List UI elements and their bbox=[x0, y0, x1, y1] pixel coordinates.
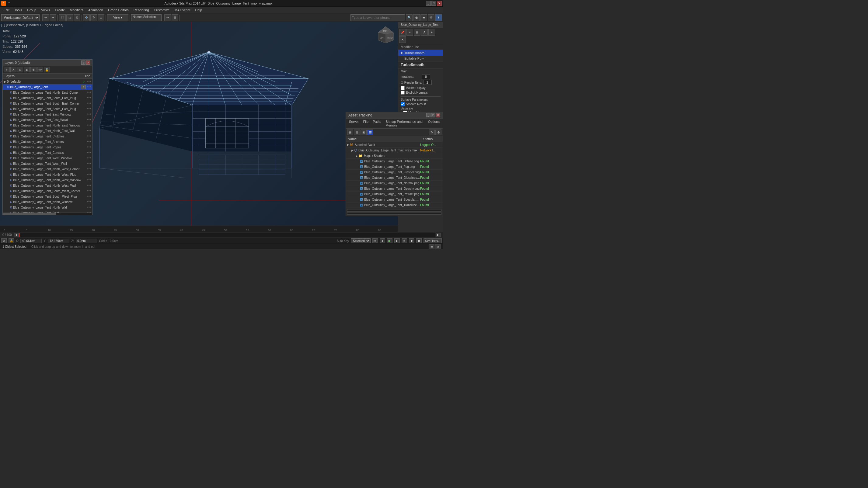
workspace-dropdown[interactable]: Workspace: Default bbox=[1, 14, 39, 21]
autokey-dropdown[interactable]: Selected bbox=[351, 238, 371, 243]
menu-views[interactable]: Views bbox=[39, 8, 52, 12]
titlebar-menu-file[interactable]: ≡ bbox=[7, 2, 11, 5]
list-item[interactable]: ⊡Blue_Outsunny_Large_Tent_East_Window••• bbox=[3, 111, 92, 117]
mod-param-btn[interactable]: ≡ bbox=[406, 29, 413, 36]
reference-coord-dropdown[interactable]: View ▾ bbox=[107, 14, 128, 21]
viewport-layout-btn[interactable]: ⊞ bbox=[429, 244, 434, 249]
redo-button[interactable]: ↪ bbox=[50, 14, 56, 21]
asset-menu-file[interactable]: File bbox=[361, 119, 370, 128]
layer-unlock-btn[interactable]: 🔓 bbox=[44, 67, 50, 72]
goto-start-btn[interactable]: ⏮ bbox=[372, 238, 378, 243]
prev-frame-btn[interactable]: ◀ bbox=[380, 238, 385, 243]
search-input[interactable] bbox=[350, 14, 405, 21]
status-icon-4[interactable]: ⏹ bbox=[416, 238, 422, 243]
asset-item-specular[interactable]: 🖼 Blue_Outsunny_Large_Tent_Specular.png … bbox=[346, 197, 443, 202]
ts-smooth-check[interactable] bbox=[401, 102, 405, 106]
layer-add-sel-btn[interactable]: ⊕ bbox=[17, 67, 23, 72]
asset-tool-refresh[interactable]: ↻ bbox=[429, 130, 435, 135]
asset-tool-1[interactable]: ⊞ bbox=[347, 130, 353, 135]
asset-item-glossiness[interactable]: 🖼 Blue_Outsunny_Large_Tent_Glossiness.pn… bbox=[346, 175, 443, 181]
list-item[interactable]: ⊡Blue_Outsunny_Large_Tent_North_Window••… bbox=[3, 199, 92, 205]
list-item[interactable]: ⊡Blue_Outsunny_Large_Tent_West_Wall••• bbox=[3, 161, 92, 166]
layer-sel-btn[interactable]: ◈ bbox=[24, 67, 30, 72]
asset-tool-4[interactable]: ☰ bbox=[367, 130, 373, 135]
asset-col-name[interactable]: Name bbox=[346, 136, 422, 142]
select-scale-button[interactable]: ⟁ bbox=[98, 14, 104, 21]
align-button[interactable]: ⊟ bbox=[172, 14, 178, 21]
list-item[interactable]: ⊡Blue_Outsunny_Large_Tent_North_East_Cor… bbox=[3, 90, 92, 95]
list-item[interactable]: ⊡Blue_Outsunny_Large_Tent_Carcass••• bbox=[3, 150, 92, 155]
layer-item-tent[interactable]: ⊞ Blue_Outsunny_Large_Tent □ ••• bbox=[3, 84, 92, 90]
asset-menu-options[interactable]: Options bbox=[426, 119, 441, 128]
layer-freeze-btn[interactable]: ❄ bbox=[30, 67, 36, 72]
asset-minimize-btn[interactable]: _ bbox=[426, 113, 431, 117]
menu-help[interactable]: Help bbox=[193, 8, 205, 12]
close-button[interactable]: ✕ bbox=[437, 1, 442, 6]
asset-col-status[interactable]: Status bbox=[422, 136, 443, 142]
mod-del-btn[interactable]: ✕ bbox=[399, 36, 406, 43]
menu-rendering[interactable]: Rendering bbox=[131, 8, 152, 12]
mirror-button[interactable]: ⇔ bbox=[164, 14, 171, 21]
timeline-next-btn[interactable]: ▶ bbox=[436, 233, 440, 237]
ts-render-iters-input[interactable] bbox=[423, 80, 432, 85]
list-item[interactable]: ⊡Blue_Outsunny_Large_Tent_East_Wwall••• bbox=[3, 117, 92, 123]
asset-tool-settings[interactable]: ⚙ bbox=[435, 130, 441, 135]
asset-menu-paths[interactable]: Paths bbox=[371, 119, 383, 128]
search-button[interactable]: 🔍 bbox=[406, 14, 412, 21]
menu-modifiers[interactable]: Modifiers bbox=[67, 8, 86, 12]
modifier-editable-poly[interactable]: Editable Poly bbox=[398, 56, 443, 61]
select-rotate-button[interactable]: ↻ bbox=[90, 14, 97, 21]
viewport-options-btn[interactable]: ⊟ bbox=[435, 244, 440, 249]
layer-scrollbar-thumb[interactable] bbox=[3, 213, 56, 215]
ts-iterations-input[interactable] bbox=[422, 74, 430, 79]
status-icon-3[interactable]: ⏺ bbox=[409, 238, 414, 243]
goto-end-btn[interactable]: ⏭ bbox=[402, 238, 407, 243]
list-item[interactable]: ⊡Blue_Outsunny_Large_Tent_South_East_Cor… bbox=[3, 101, 92, 106]
asset-tool-2[interactable]: ⊟ bbox=[354, 130, 360, 135]
timeline-prev-btn[interactable]: ◀ bbox=[14, 233, 19, 237]
menu-edit[interactable]: Edit bbox=[1, 8, 12, 12]
list-item[interactable]: ⊡Blue_Outsunny_Large_Tent_South_West_Plu… bbox=[3, 194, 92, 199]
list-item[interactable]: ⊡Blue_Outsunny_Large_Tent_Clutches••• bbox=[3, 133, 92, 139]
menu-customize[interactable]: Customize bbox=[152, 8, 172, 12]
next-frame-btn[interactable]: ▶ bbox=[394, 238, 400, 243]
layer-item-default[interactable]: ▶ 0 (default) ✓ ••• bbox=[3, 79, 92, 84]
modifier-turbosmooth[interactable]: ▶ TurboSmooth bbox=[398, 50, 443, 56]
mod-pin-btn[interactable]: 📌 bbox=[399, 29, 406, 36]
list-item[interactable]: ⊡Blue_Outsunny_Large_Tent_North_Wall••• bbox=[3, 205, 92, 210]
list-item[interactable]: ⊡Blue_Outsunny_Large_Tent_North_West_Cor… bbox=[3, 166, 92, 172]
keyframe-track[interactable] bbox=[19, 233, 435, 237]
toolbar-btn-3[interactable]: ⚙ bbox=[428, 14, 434, 21]
mod-a-btn[interactable]: A bbox=[421, 29, 428, 36]
list-item[interactable]: ⊡Blue_Outsunny_Large_Tent_South_East_Plu… bbox=[3, 106, 92, 111]
list-item[interactable]: ⊡Blue_Outsunny_Large_Tent_West_Window••• bbox=[3, 155, 92, 161]
ts-isoline-check[interactable] bbox=[401, 86, 405, 90]
undo-button[interactable]: ↩ bbox=[42, 14, 49, 21]
menu-group[interactable]: Group bbox=[25, 8, 39, 12]
asset-panel-header[interactable]: Asset Tracking _ □ ✕ bbox=[346, 112, 443, 119]
layer-close-btn[interactable]: ✕ bbox=[86, 61, 90, 65]
asset-item-vault[interactable]: ▶ 🏛 Autodesk Vault Logged O... bbox=[346, 142, 443, 148]
toolbar-btn-2[interactable]: ★ bbox=[421, 14, 427, 21]
list-item[interactable]: ⊡Blue_Outsunny_Large_Tent_North_West_Win… bbox=[3, 177, 92, 183]
asset-close-btn[interactable]: ✕ bbox=[436, 113, 440, 117]
status-icon-2[interactable]: 🔒 bbox=[8, 238, 14, 243]
coord-z-value[interactable]: 0.0cm bbox=[76, 239, 97, 243]
layer-scrollbar[interactable] bbox=[3, 213, 92, 215]
window-crossing-button[interactable]: ⧉ bbox=[74, 14, 80, 21]
list-item[interactable]: ⊡Blue_Outsunny_Large_Tent_Ropes••• bbox=[3, 144, 92, 150]
asset-item-normal[interactable]: 🖼 Blue_Outsunny_Large_Tent_Normal.png Fo… bbox=[346, 181, 443, 186]
toolbar-btn-1[interactable]: ◐ bbox=[413, 14, 420, 21]
asset-item-folder[interactable]: ▶ 📁 Maps / Shaders bbox=[346, 153, 443, 159]
help-button[interactable]: ? bbox=[435, 14, 442, 21]
list-item[interactable]: ⊡Blue_Outsunny_Large_Tent_South_East_Plu… bbox=[3, 95, 92, 101]
play-btn[interactable]: ▶ bbox=[387, 238, 393, 243]
asset-item-diffuse[interactable]: 🖼 Blue_Outsunny_Large_Tent_Diffuse.png F… bbox=[346, 159, 443, 164]
asset-maximize-btn[interactable]: □ bbox=[431, 113, 435, 117]
menu-create[interactable]: Create bbox=[52, 8, 67, 12]
coord-x-value[interactable]: 49.661cm bbox=[20, 239, 42, 243]
asset-item-fog[interactable]: 🖼 Blue_Outsunny_Large_Tent_Fog.png Found bbox=[346, 164, 443, 170]
asset-menu-bitmap[interactable]: Bitmap Performance and Memory bbox=[384, 119, 426, 128]
layer-delete-btn[interactable]: ✕ bbox=[10, 67, 17, 72]
asset-tool-3[interactable]: ⊠ bbox=[361, 130, 367, 135]
